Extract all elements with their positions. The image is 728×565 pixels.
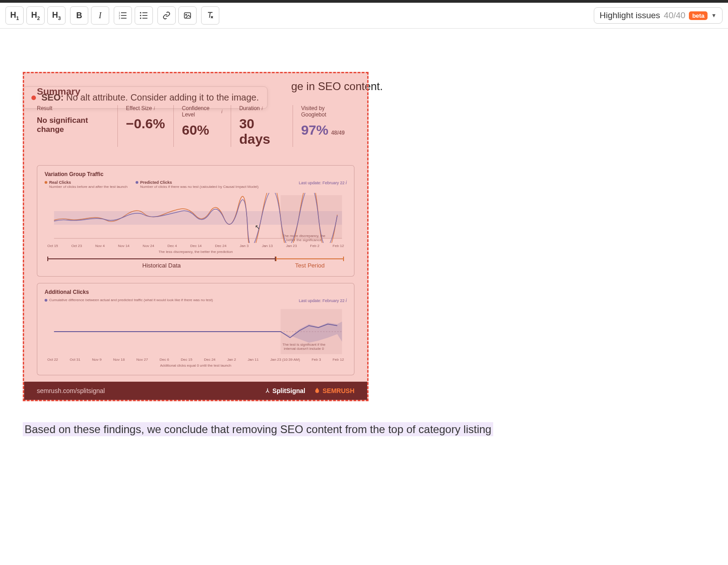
info-icon[interactable]: i — [221, 109, 222, 114]
semrush-logo: SEMRUSH — [313, 387, 354, 394]
info-icon[interactable]: i — [262, 106, 263, 111]
chevron-down-icon: ▼ — [711, 12, 717, 19]
beta-badge: beta — [689, 11, 708, 20]
footer-url: semrush.com/splitsignal — [37, 387, 105, 394]
ordered-list-button[interactable]: 123 — [114, 6, 132, 25]
highlight-issues-toggle[interactable]: Highlight issues 40/40 beta ▼ — [594, 7, 723, 24]
metric-visited: Visited by Googlebot 97%48/49 — [293, 105, 354, 147]
bold-button[interactable]: B — [70, 6, 88, 25]
svg-rect-12 — [184, 13, 191, 18]
clear-format-icon — [206, 11, 215, 20]
highlighted-image-missing-alt[interactable]: Summary Result No significant change Eff… — [23, 72, 369, 401]
svg-point-10 — [140, 18, 142, 19]
chart2-xticks: Oct 22Oct 31Nov 9Nov 18Nov 27Dec 6Dec 15… — [45, 358, 347, 362]
test-period-label: Test Period — [276, 258, 344, 269]
historical-period-label: Historical Data — [47, 258, 276, 269]
split-icon — [264, 388, 271, 394]
legend-real-clicks: Real ClicksNumber of clicks before and a… — [45, 180, 127, 189]
last-update: Last update: February 22 i — [299, 298, 347, 303]
heading-1-button[interactable]: H1 — [5, 6, 24, 25]
splitsignal-logo: SplitSignal — [264, 387, 305, 394]
image-footer: semrush.com/splitsignal SplitSignal SEMR… — [24, 382, 367, 400]
editor-toolbar: H1 H2 H3 B I 123 Highlight issues 40/40 … — [0, 3, 728, 29]
highlighted-paragraph[interactable]: Based on these findings, we conclude tha… — [23, 422, 493, 436]
bullet-list-icon — [140, 11, 148, 20]
chart1-xticks: Oct 15Oct 23Nov 4Nov 14Nov 24Dec 4Dec 14… — [45, 244, 347, 248]
highlight-label: Highlight issues — [600, 10, 660, 20]
editor-content[interactable]: ge in SEO content. SEO: No alt attribute… — [0, 72, 728, 449]
metric-result: Result No significant change — [37, 105, 117, 147]
italic-button[interactable]: I — [91, 6, 109, 25]
legend-cumulative: Cumulative difference between actual and… — [45, 298, 213, 303]
info-icon[interactable]: i — [154, 106, 155, 111]
summary-panel: Summary Result No significant change Eff… — [24, 73, 367, 162]
highlight-count: 40/40 — [664, 10, 686, 20]
chart-variation-traffic: Variation Group Traffic Real ClicksNumbe… — [37, 165, 354, 277]
bullet-list-button[interactable] — [135, 6, 153, 25]
heading-2-button[interactable]: H2 — [26, 6, 45, 25]
metric-confidence: Confidence Leveli 60% — [173, 105, 231, 147]
metric-effect-size: Effect Sizei −0.6% — [117, 105, 173, 147]
chart-additional-clicks: Additional Clicks Cumulative difference … — [37, 283, 354, 375]
link-icon — [162, 11, 171, 20]
last-update: Last update: February 22 i — [299, 180, 347, 189]
clear-format-button[interactable] — [201, 6, 219, 25]
svg-point-8 — [140, 15, 142, 16]
svg-point-6 — [140, 12, 142, 14]
legend-predicted-clicks: Predicted ClicksNumber of clicks if ther… — [136, 180, 258, 189]
flame-icon — [313, 387, 321, 394]
summary-title: Summary — [37, 86, 354, 97]
svg-text:3: 3 — [119, 17, 120, 20]
metric-duration: Durationi 30 days — [231, 105, 293, 147]
image-icon — [183, 11, 192, 20]
svg-point-13 — [186, 14, 187, 15]
image-button[interactable] — [178, 6, 197, 25]
heading-3-button[interactable]: H3 — [47, 6, 66, 25]
link-button[interactable] — [157, 6, 176, 25]
ordered-list-icon: 123 — [119, 11, 127, 20]
